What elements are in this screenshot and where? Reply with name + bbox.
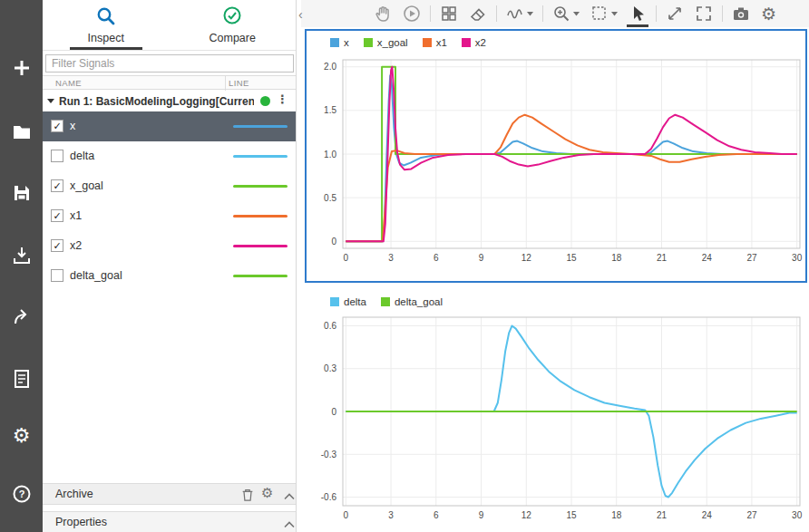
pan-tool-button[interactable] (372, 0, 394, 27)
check-circle-icon (221, 5, 243, 30)
svg-text:3: 3 (388, 253, 394, 263)
svg-text:24: 24 (702, 510, 713, 520)
settings-button[interactable]: ⚙ (759, 0, 778, 27)
run-menu-button[interactable]: ⋮ (277, 93, 288, 105)
svg-text:9: 9 (479, 510, 484, 520)
layout-button[interactable] (438, 0, 460, 27)
legend-item-x: x (330, 37, 349, 48)
clear-plots-button[interactable] (467, 0, 489, 27)
collapse-panel-chevron[interactable]: ‹ (298, 7, 303, 22)
properties-bar[interactable]: Properties (43, 511, 296, 532)
filter-signals-input[interactable] (45, 54, 294, 73)
add-button[interactable] (0, 55, 43, 81)
toolbar-separator (430, 5, 431, 22)
archive-bar[interactable]: Archive ⚙ (43, 483, 296, 505)
eraser-icon (469, 5, 487, 23)
signal-wave-icon (506, 5, 524, 23)
line-swatch (233, 215, 288, 218)
tab-inspect[interactable]: Inspect (43, 0, 170, 50)
checkbox-x1[interactable]: ✓ (51, 209, 63, 222)
plot-toolbar: ⚙ (301, 0, 809, 27)
checkbox-delta[interactable] (51, 150, 63, 162)
legend-swatch (381, 297, 390, 306)
gear-icon[interactable]: ⚙ (261, 487, 273, 500)
run-simulation-button[interactable] (401, 0, 423, 27)
signal-row-x2[interactable]: ✓x2 (43, 231, 296, 261)
tab-compare[interactable]: Compare (170, 0, 297, 50)
line-swatch (233, 245, 288, 247)
signal-row-delta[interactable]: delta (43, 141, 296, 171)
checkbox-x2[interactable]: ✓ (51, 239, 63, 252)
checkbox-x[interactable]: ✓ (51, 120, 63, 132)
svg-text:6: 6 (434, 510, 439, 520)
create-report-button[interactable] (0, 366, 43, 392)
cursor-arrow-icon (629, 5, 647, 23)
collapse-up-icon[interactable] (283, 490, 296, 503)
export-button[interactable] (0, 304, 43, 329)
archive-label: Archive (55, 488, 93, 500)
snapshot-button[interactable] (730, 0, 752, 27)
svg-text:21: 21 (657, 510, 668, 520)
zoom-in-icon (552, 5, 570, 23)
expand-diagonal-icon (666, 5, 684, 23)
share-icon (12, 306, 32, 326)
expand-plot-button[interactable] (664, 0, 686, 27)
import-button[interactable] (0, 242, 43, 267)
toolbar-separator (542, 5, 543, 22)
signal-row-x1[interactable]: ✓x1 (43, 201, 296, 231)
svg-text:?: ? (18, 488, 24, 499)
help-icon: ? (12, 484, 32, 504)
zoom-in-tool-button[interactable] (551, 0, 581, 27)
svg-text:12: 12 (521, 510, 532, 520)
svg-text:12: 12 (521, 253, 532, 263)
line-swatch (233, 185, 288, 188)
bottom-chart-canvas[interactable]: 036912151821242730-0.6-0.300.30.6 (307, 314, 805, 530)
mode-tabs: Inspect Compare (43, 0, 296, 51)
top-chart-panel[interactable]: xx_goalx1x2 03691215182124273000.51.01.5… (305, 29, 807, 283)
toolbar-separator (722, 5, 723, 22)
legend-label: x (344, 37, 349, 48)
signal-row-x_goal[interactable]: ✓x_goal (43, 171, 296, 201)
bottom-chart-panel[interactable]: deltadelta_goal 036912151821242730-0.6-0… (305, 288, 807, 532)
legend-label: x1 (436, 37, 447, 48)
gear-icon: ⚙ (761, 5, 776, 23)
svg-text:27: 27 (746, 510, 757, 520)
save-button[interactable] (0, 180, 43, 206)
legend-label: delta_goal (395, 296, 443, 307)
run-row[interactable]: Run 1: BasicModelingLogging[Curren ⋮ (43, 91, 296, 111)
signal-row-delta_goal[interactable]: delta_goal (43, 261, 296, 291)
hand-icon (374, 5, 392, 23)
preferences-button[interactable]: ⚙ (0, 423, 43, 449)
svg-text:27: 27 (746, 253, 757, 263)
svg-text:15: 15 (566, 253, 577, 263)
legend-item-delta: delta (330, 296, 366, 307)
dropdown-caret-icon (611, 12, 618, 16)
checkbox-delta_goal[interactable] (51, 269, 63, 282)
legend-swatch (423, 38, 432, 47)
svg-text:0.6: 0.6 (324, 321, 336, 331)
fit-to-view-button[interactable] (693, 0, 715, 27)
signal-style-button[interactable] (504, 0, 535, 27)
folder-icon (12, 121, 32, 141)
top-chart-canvas[interactable]: 03691215182124273000.51.01.52.0 (307, 54, 805, 281)
svg-text:18: 18 (611, 253, 622, 263)
gear-icon: ⚙ (13, 426, 31, 446)
collapse-up-icon[interactable] (283, 518, 296, 531)
signal-name-label: x (70, 120, 75, 132)
top-chart-legend: xx_goalx1x2 (307, 31, 805, 54)
help-button[interactable]: ? (0, 481, 43, 507)
checkbox-x_goal[interactable]: ✓ (51, 179, 63, 192)
toolbar-separator (656, 5, 657, 22)
legend-item-x2: x2 (462, 37, 486, 48)
legend-item-x1: x1 (423, 37, 447, 48)
play-circle-icon (403, 5, 421, 23)
signal-row-x[interactable]: ✓x (43, 111, 296, 141)
expand-caret-icon[interactable] (47, 99, 54, 103)
line-swatch (233, 125, 288, 128)
document-icon (12, 369, 32, 389)
pointer-tool-button[interactable] (627, 0, 648, 27)
zoom-region-tool-button[interactable] (589, 0, 619, 27)
svg-text:2.0: 2.0 (324, 62, 336, 72)
open-button[interactable] (0, 119, 43, 144)
trash-icon[interactable] (240, 488, 255, 505)
